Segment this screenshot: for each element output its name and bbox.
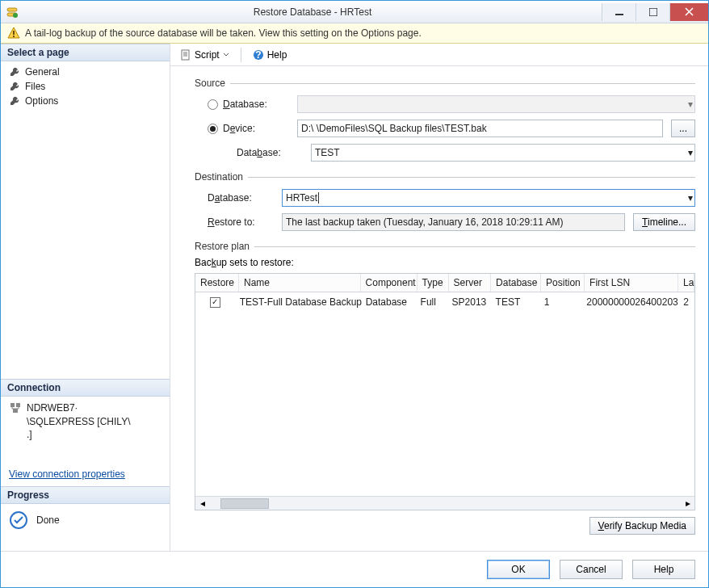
svg-rect-4 (649, 8, 657, 16)
toolbar: Script ? Help (170, 44, 708, 66)
close-button[interactable] (669, 3, 708, 21)
device-path-field: D:\ \DemoFiles\SQL Backup files\TEST.bak (297, 120, 663, 137)
scroll-right-icon[interactable]: ▸ (681, 497, 694, 510)
title-bar: Restore Database - HRTest (1, 1, 708, 23)
page-options[interactable]: Options (1, 94, 170, 108)
scroll-thumb[interactable] (220, 498, 269, 509)
view-connection-link[interactable]: View connection properties (1, 468, 170, 486)
dialog-buttons: OK Cancel Help (1, 551, 708, 587)
svg-rect-0 (7, 8, 17, 11)
restore-to-label: Restore to: (208, 216, 282, 228)
wrench-icon (9, 81, 20, 92)
restore-plan-header: Restore plan (195, 241, 254, 252)
svg-rect-7 (13, 36, 15, 37)
script-button[interactable]: Script (175, 48, 234, 62)
warning-icon (7, 27, 20, 40)
backup-sets-label: Backup sets to restore: (195, 257, 695, 268)
script-icon (180, 49, 191, 61)
verify-backup-button[interactable]: Verify Backup Media (589, 517, 695, 535)
page-files[interactable]: Files (1, 79, 170, 94)
help-dialog-button[interactable]: Help (632, 560, 695, 579)
timeline-button[interactable]: Timeline... (633, 213, 695, 231)
wrench-icon (9, 66, 20, 78)
dest-db-label: Database: (208, 192, 282, 204)
help-button[interactable]: ? Help (248, 48, 292, 62)
svg-rect-9 (16, 403, 20, 407)
progress-header: Progress (1, 486, 170, 504)
col-name[interactable]: Name (239, 274, 361, 292)
col-server[interactable]: Server (449, 274, 491, 292)
chevron-down-icon: ▾ (688, 147, 693, 158)
svg-text:?: ? (255, 49, 261, 61)
ok-button[interactable]: OK (487, 560, 550, 579)
col-database[interactable]: Database (491, 274, 541, 292)
minimize-button[interactable] (602, 3, 636, 21)
info-bar: A tail-log backup of the source database… (1, 23, 708, 44)
browse-device-button[interactable]: ... (671, 120, 695, 137)
connection-info: NDRWEB7· \SQLEXPRESS [CHILY\ .] (1, 397, 170, 444)
progress-status: Done (1, 504, 170, 536)
col-last[interactable]: La (678, 274, 694, 292)
restore-checkbox[interactable]: ✓ (210, 297, 220, 308)
col-component[interactable]: Component (361, 274, 417, 292)
sidebar: Select a page General Files Options Conn… (1, 44, 170, 551)
scroll-left-icon[interactable]: ◂ (195, 497, 209, 510)
col-position[interactable]: Position (541, 274, 585, 292)
chevron-down-icon: ▾ (688, 99, 693, 110)
select-page-header: Select a page (1, 44, 170, 61)
h-scrollbar[interactable]: ◂ ▸ (195, 496, 694, 510)
table-row[interactable]: ✓ TEST-Full Database Backup Database Ful… (195, 292, 694, 312)
backup-sets-table: Restore Name Component Type Server Datab… (195, 273, 695, 510)
svg-point-2 (13, 13, 18, 18)
svg-rect-10 (13, 409, 18, 413)
wrench-icon (9, 95, 20, 107)
source-header: Source (195, 78, 230, 89)
svg-rect-12 (182, 50, 189, 60)
page-general[interactable]: General (1, 65, 170, 79)
col-type[interactable]: Type (417, 274, 449, 292)
app-icon (6, 6, 19, 19)
restore-to-field: The last backup taken (Tuesday, January … (282, 213, 625, 231)
col-restore[interactable]: Restore (195, 274, 239, 292)
window-title: Restore Database - HRTest (23, 6, 602, 18)
info-text: A tail-log backup of the source database… (25, 27, 422, 39)
source-database-radio[interactable]: Database: (208, 99, 297, 110)
maximize-button[interactable] (636, 3, 669, 21)
svg-rect-6 (13, 31, 15, 35)
cancel-button[interactable]: Cancel (560, 560, 623, 579)
destination-header: Destination (195, 171, 248, 183)
connection-header: Connection (1, 379, 170, 397)
help-icon: ? (253, 49, 264, 61)
check-circle-icon (9, 510, 28, 530)
source-device-radio[interactable]: Device: (208, 123, 297, 134)
source-db-combo[interactable]: TEST▾ (311, 144, 695, 162)
svg-rect-3 (615, 14, 623, 15)
chevron-down-icon: ▾ (688, 192, 693, 204)
source-db-label: Database: (237, 147, 311, 158)
server-icon (9, 401, 22, 414)
toolbar-separator (241, 48, 241, 62)
dest-db-combo[interactable]: HRTest▾ (282, 189, 695, 207)
col-first-lsn[interactable]: First LSN (585, 274, 678, 292)
svg-rect-8 (10, 403, 15, 407)
source-database-combo: ▾ (297, 95, 695, 113)
chevron-down-icon (223, 52, 229, 58)
